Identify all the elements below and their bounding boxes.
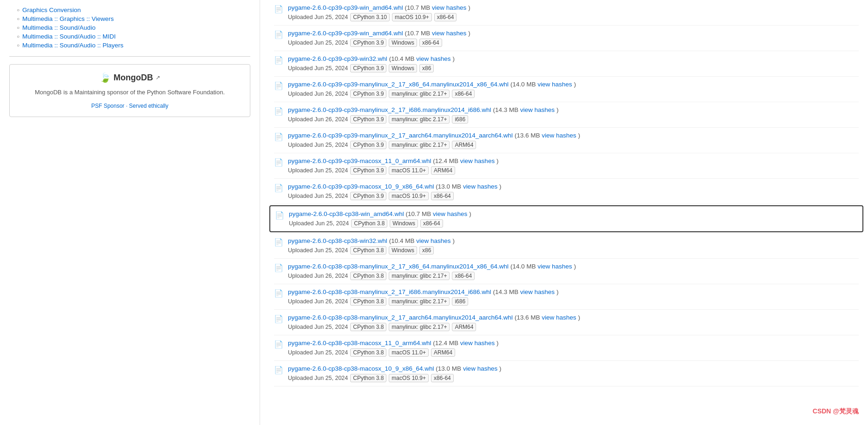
hashes-link-f4[interactable]: view hashes (538, 81, 572, 88)
file-icon: 📄 (274, 56, 283, 65)
file-link-f6[interactable]: pygame-2.6.0-cp39-cp39-manylinux_2_17_aa… (288, 132, 513, 139)
file-size-f6: (13.6 MB (515, 132, 542, 139)
os-badge-f9: Windows (390, 219, 418, 228)
file-link-f10[interactable]: pygame-2.6.0-cp38-cp38-win32.whl (288, 237, 387, 244)
file-link-f8[interactable]: pygame-2.6.0-cp39-cp39-macosx_10_9_x86_6… (288, 183, 434, 190)
file-icon: 📄 (274, 158, 283, 167)
sidebar-link-sound-players[interactable]: Multimedia :: Sound/Audio :: Players (22, 42, 124, 49)
file-details: pygame-2.6.0-cp39-cp39-macosx_11_0_arm64… (288, 157, 859, 175)
file-link-f14[interactable]: pygame-2.6.0-cp38-cp38-macosx_11_0_arm64… (288, 340, 431, 347)
python-badge-f12: CPython 3.8 (350, 297, 386, 306)
sidebar-item-sound-players[interactable]: Multimedia :: Sound/Audio :: Players (9, 42, 250, 49)
file-link-f3[interactable]: pygame-2.6.0-cp39-cp39-win32.whl (288, 55, 387, 62)
sidebar-link-sound-audio[interactable]: Multimedia :: Sound/Audio (22, 24, 96, 31)
file-link-f12[interactable]: pygame-2.6.0-cp38-cp38-manylinux_2_17_i6… (288, 288, 491, 295)
os-badge-f14: macOS 11.0+ (389, 348, 429, 357)
mongodb-name: MongoDB (114, 73, 153, 83)
file-link-f11[interactable]: pygame-2.6.0-cp38-cp38-manylinux_2_17_x8… (288, 263, 509, 270)
file-icon: 📄 (274, 30, 283, 39)
hashes-link-f11[interactable]: view hashes (538, 263, 572, 270)
file-meta-f13: Uploaded Jun 25, 2024 CPython 3.8 manyli… (288, 323, 859, 331)
file-paren-f8: ) (499, 183, 502, 190)
python-badge-f1: CPython 3.10 (350, 13, 390, 21)
mongodb-external-icon: ↗ (156, 74, 160, 81)
sponsor-link[interactable]: PSF Sponsor · Served ethically (91, 103, 168, 109)
file-name-line: pygame-2.6.0-cp39-cp39-win_amd64.whl (10… (288, 4, 859, 11)
file-item-f10: 📄 pygame-2.6.0-cp38-cp38-win32.whl (10.4… (274, 233, 859, 259)
file-paren-f1: ) (468, 4, 470, 11)
file-meta-f4: Uploaded Jun 26, 2024 CPython 3.9 manyli… (288, 90, 859, 98)
file-icon: 📄 (274, 5, 283, 13)
file-item-f8: 📄 pygame-2.6.0-cp39-cp39-macosx_10_9_x86… (274, 179, 859, 204)
sidebar-item-sound-audio[interactable]: Multimedia :: Sound/Audio (9, 24, 250, 31)
arch-badge-f3: x86 (419, 64, 434, 72)
file-size-f12: (14.3 MB (493, 288, 520, 295)
file-paren-f10: ) (452, 237, 455, 244)
file-size-f5: (14.3 MB (493, 106, 520, 113)
file-link-f13[interactable]: pygame-2.6.0-cp38-cp38-manylinux_2_17_aa… (288, 314, 513, 321)
os-badge-f5: manylinux: glibc 2.17+ (389, 115, 450, 124)
file-size-f10: (10.4 MB (389, 237, 417, 244)
file-link-f15[interactable]: pygame-2.6.0-cp38-cp38-macosx_10_9_x86_6… (288, 365, 434, 372)
file-size-f8: (13.0 MB (436, 183, 463, 190)
file-list: 📄 pygame-2.6.0-cp39-cp39-win_amd64.whl (… (274, 0, 859, 386)
file-icon: 📄 (274, 238, 283, 247)
sponsor-box: 🍃 MongoDB ↗ MongoDB is a Maintaining spo… (9, 64, 250, 117)
hashes-link-f7[interactable]: view hashes (460, 157, 495, 164)
hashes-link-f9[interactable]: view hashes (433, 210, 467, 217)
hashes-link-f10[interactable]: view hashes (416, 237, 450, 244)
file-name-line: pygame-2.6.0-cp38-cp38-manylinux_2_17_aa… (288, 314, 859, 321)
arch-badge-f9: x86-64 (420, 219, 443, 228)
hashes-link-f13[interactable]: view hashes (542, 314, 576, 321)
file-meta-f8: Uploaded Jun 25, 2024 CPython 3.9 macOS … (288, 192, 859, 200)
sidebar-link-sound-midi[interactable]: Multimedia :: Sound/Audio :: MIDI (22, 33, 116, 40)
file-meta-f12: Uploaded Jun 26, 2024 CPython 3.8 manyli… (288, 297, 859, 306)
hashes-link-f2[interactable]: view hashes (432, 30, 466, 37)
file-details: pygame-2.6.0-cp39-cp39-manylinux_2_17_aa… (288, 131, 859, 149)
sidebar-link-graphics-conversion[interactable]: Graphics Conversion (22, 7, 81, 13)
file-item-f11: 📄 pygame-2.6.0-cp38-cp38-manylinux_2_17_… (274, 259, 859, 284)
hashes-link-f3[interactable]: view hashes (416, 55, 450, 62)
hashes-link-f8[interactable]: view hashes (463, 183, 497, 190)
sidebar-link-graphics-viewers[interactable]: Multimedia :: Graphics :: Viewers (22, 15, 114, 22)
python-badge-f14: CPython 3.8 (350, 348, 386, 357)
os-badge-f12: manylinux: glibc 2.17+ (389, 297, 450, 306)
file-paren-f2: ) (468, 30, 470, 37)
sponsor-description: MongoDB is a Maintaining sponsor of the … (17, 88, 242, 97)
file-meta-f9: Uploaded Jun 25, 2024 CPython 3.8 Window… (289, 219, 858, 228)
arch-badge-f10: x86 (419, 246, 434, 255)
arch-badge-f12: i686 (452, 297, 468, 306)
os-badge-f8: macOS 10.9+ (389, 192, 429, 200)
file-link-f2[interactable]: pygame-2.6.0-cp39-cp39-win_amd64.whl (288, 30, 403, 37)
file-paren-f13: ) (578, 314, 581, 321)
sidebar-item-graphics-conversion[interactable]: Graphics Conversion (9, 7, 250, 13)
file-icon: 📄 (274, 183, 283, 192)
sidebar-nav: Graphics Conversion Multimedia :: Graphi… (9, 7, 250, 49)
sponsor-logo: 🍃 MongoDB ↗ (17, 72, 242, 83)
hashes-link-f12[interactable]: view hashes (520, 288, 555, 295)
hashes-link-f15[interactable]: view hashes (463, 365, 497, 372)
file-size-f15: (13.0 MB (436, 365, 463, 372)
hashes-link-f6[interactable]: view hashes (542, 132, 576, 139)
os-badge-f2: Windows (389, 39, 417, 47)
file-icon: 📄 (274, 107, 283, 116)
file-link-f5[interactable]: pygame-2.6.0-cp39-cp39-manylinux_2_17_i6… (288, 106, 491, 113)
file-item-f3: 📄 pygame-2.6.0-cp39-cp39-win32.whl (10.4… (274, 51, 859, 77)
upload-date-f6: Uploaded Jun 25, 2024 (288, 142, 348, 148)
hashes-link-f14[interactable]: view hashes (460, 340, 495, 347)
arch-badge-f13: ARM64 (452, 323, 476, 331)
hashes-link-f1[interactable]: view hashes (432, 4, 466, 11)
file-link-f9[interactable]: pygame-2.6.0-cp38-cp38-win_amd64.whl (289, 210, 404, 217)
sidebar-item-sound-midi[interactable]: Multimedia :: Sound/Audio :: MIDI (9, 33, 250, 40)
file-meta-f14: Uploaded Jun 25, 2024 CPython 3.8 macOS … (288, 348, 859, 357)
upload-date-f10: Uploaded Jun 25, 2024 (288, 247, 348, 254)
file-link-f4[interactable]: pygame-2.6.0-cp39-cp39-manylinux_2_17_x8… (288, 81, 509, 88)
os-badge-f7: macOS 11.0+ (389, 166, 429, 175)
sidebar-item-graphics-viewers[interactable]: Multimedia :: Graphics :: Viewers (9, 15, 250, 22)
file-link-f7[interactable]: pygame-2.6.0-cp39-cp39-macosx_11_0_arm64… (288, 157, 431, 164)
hashes-link-f5[interactable]: view hashes (520, 106, 555, 113)
sidebar-divider (9, 56, 250, 57)
file-link-f1[interactable]: pygame-2.6.0-cp39-cp39-win_amd64.whl (288, 4, 403, 11)
python-badge-f15: CPython 3.8 (350, 374, 386, 382)
file-name-line: pygame-2.6.0-cp39-cp39-macosx_10_9_x86_6… (288, 183, 859, 190)
